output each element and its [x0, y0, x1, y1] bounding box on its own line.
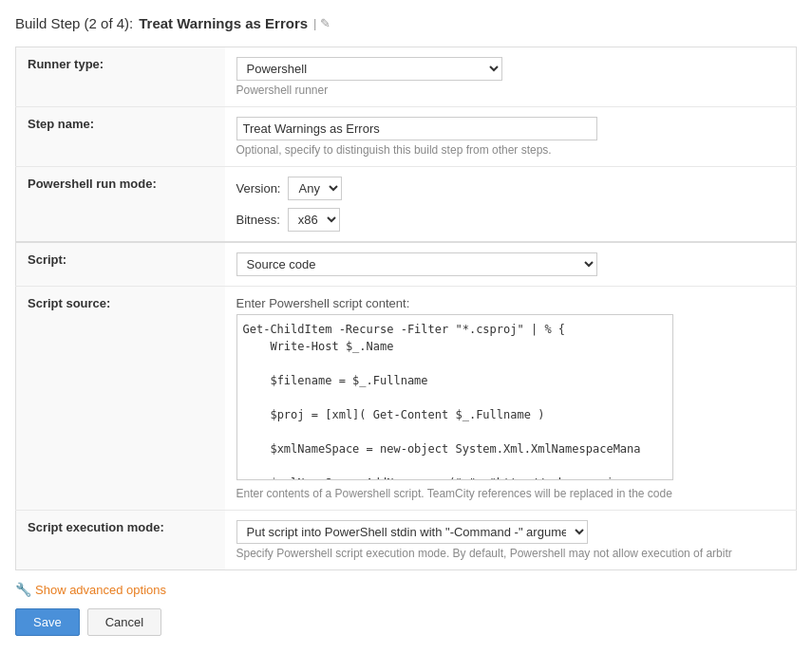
script-source-value-cell: Enter Powershell script content: Get-Chi… — [225, 287, 797, 511]
version-select[interactable]: Any — [288, 177, 342, 200]
edit-icon[interactable]: | ✎ — [313, 16, 330, 30]
title-main: Treat Warnings as Errors — [139, 15, 308, 31]
enter-script-label: Enter Powershell script content: — [236, 296, 785, 310]
runner-type-row: Runner type: Powershell Powershell runne… — [16, 47, 797, 107]
powershell-run-mode-value-cell: Version: Any Bitness: x86 — [225, 167, 797, 243]
run-mode-row: Version: Any Bitness: x86 — [236, 177, 785, 232]
script-area-wrapper: Get-ChildItem -Recurse -Filter "*.csproj… — [236, 314, 673, 483]
version-label: Version: — [236, 181, 281, 196]
script-source-row: Script source: Enter Powershell script c… — [16, 287, 797, 511]
form-table: Runner type: Powershell Powershell runne… — [15, 47, 797, 570]
runner-type-hint: Powershell runner — [236, 84, 785, 97]
step-name-label: Step name: — [16, 107, 225, 167]
script-select[interactable]: Source code — [236, 252, 597, 276]
execution-mode-select[interactable]: Put script into PowerShell stdin with "-… — [236, 520, 588, 544]
script-execution-mode-value-cell: Put script into PowerShell stdin with "-… — [225, 511, 797, 570]
execution-mode-hint: Specify Powershell script execution mode… — [236, 547, 785, 560]
bitness-label: Bitness: — [236, 213, 280, 227]
execution-mode-row: Put script into PowerShell stdin with "-… — [236, 520, 785, 544]
script-source-label: Script source: — [16, 287, 225, 511]
advanced-options-label: Show advanced options — [35, 583, 166, 597]
script-editor[interactable]: Get-ChildItem -Recurse -Filter "*.csproj… — [236, 314, 673, 480]
cancel-button[interactable]: Cancel — [87, 608, 161, 636]
script-value-cell: Source code — [225, 242, 797, 287]
page-title: Build Step (2 of 4): Treat Warnings as E… — [15, 15, 797, 31]
script-row: Script: Source code — [16, 242, 797, 287]
step-name-value-cell: Optional, specify to distinguish this bu… — [225, 107, 797, 167]
script-execution-mode-row: Script execution mode: Put script into P… — [16, 511, 797, 570]
step-name-hint: Optional, specify to distinguish this bu… — [236, 143, 785, 157]
runner-type-value-cell: Powershell Powershell runner — [225, 47, 797, 107]
powershell-run-mode-row: Powershell run mode: Version: Any Bitnes… — [16, 167, 797, 243]
step-name-row: Step name: Optional, specify to distingu… — [16, 107, 797, 167]
title-prefix: Build Step (2 of 4): — [15, 15, 133, 31]
script-label: Script: — [16, 242, 225, 287]
powershell-run-mode-label: Powershell run mode: — [16, 167, 225, 243]
save-button[interactable]: Save — [15, 608, 80, 636]
script-footer-hint: Enter contents of a Powershell script. T… — [236, 487, 785, 500]
runner-type-select[interactable]: Powershell — [236, 57, 502, 81]
script-execution-mode-label: Script execution mode: — [16, 511, 225, 570]
advanced-options-link[interactable]: 🔧 Show advanced options — [15, 582, 797, 597]
step-name-input[interactable] — [236, 117, 597, 140]
wrench-icon: 🔧 — [15, 582, 31, 597]
runner-type-label: Runner type: — [16, 47, 225, 107]
version-line: Version: Any — [236, 177, 785, 200]
bitness-line: Bitness: x86 — [236, 208, 785, 232]
bitness-select[interactable]: x86 — [288, 208, 340, 232]
button-row: Save Cancel — [15, 608, 797, 636]
